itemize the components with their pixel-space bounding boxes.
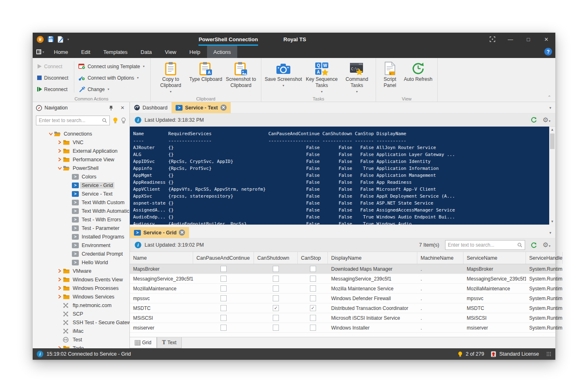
tree-expander-icon[interactable] bbox=[56, 278, 63, 281]
checkbox-unchecked[interactable] bbox=[220, 295, 227, 301]
tree-expander-icon[interactable] bbox=[56, 140, 63, 144]
powershell-console[interactable]: Name RequiredServices CanPauseAndContinu… bbox=[130, 127, 555, 225]
tree-item-vnc[interactable]: VNC bbox=[33, 138, 129, 147]
navigation-searchbox[interactable] bbox=[36, 116, 110, 125]
checkbox-unchecked[interactable] bbox=[220, 305, 227, 311]
menu-tab-help[interactable]: Help bbox=[183, 46, 207, 58]
grid-column-header-displayname[interactable]: DisplayName bbox=[328, 252, 417, 264]
connect-with-options-button[interactable]: Connect with Options▾ bbox=[77, 73, 148, 83]
checkbox-checked[interactable]: ✓ bbox=[273, 305, 279, 311]
resize-grip[interactable] bbox=[546, 352, 551, 356]
grid-row-msiscsi[interactable]: MSiSCSIMicrosoft iSCSI Initiator Service… bbox=[130, 313, 555, 323]
grid-column-header-canshutdown[interactable]: CanShutdown bbox=[254, 252, 298, 264]
tree-item-service-text[interactable]: >Service - Text bbox=[33, 189, 129, 198]
tree-item-connections[interactable]: Connections bbox=[33, 129, 129, 138]
bulb-on-icon[interactable] bbox=[113, 117, 118, 124]
menu-tab-home[interactable]: Home bbox=[47, 46, 75, 58]
change-button[interactable]: Change▾ bbox=[77, 84, 148, 94]
tree-item-windows-events-view[interactable]: Windows Events View bbox=[33, 275, 129, 284]
screenshot-to-clipboard-button[interactable]: Screenshot to Clipboard bbox=[223, 60, 258, 95]
bulb-off-icon[interactable] bbox=[121, 117, 126, 124]
view-tab-text[interactable]: T Text bbox=[157, 337, 182, 348]
settings-gear-icon[interactable]: ⚙▾ bbox=[543, 242, 550, 248]
tree-item-text-width-automatic[interactable]: >Text Width Automatic bbox=[33, 207, 129, 215]
tree-item-test-with-errors[interactable]: >Test - With Errors bbox=[33, 215, 129, 224]
pin-icon[interactable] bbox=[109, 105, 116, 111]
copy-to-clipboard-button[interactable]: Copy to Clipboard ▾ bbox=[153, 60, 188, 95]
refresh-icon[interactable] bbox=[531, 117, 537, 123]
checkbox-unchecked[interactable] bbox=[273, 315, 279, 321]
grid-column-header-canstop[interactable]: CanStop bbox=[298, 252, 328, 264]
checkbox-unchecked[interactable] bbox=[273, 276, 279, 282]
tree-item-windows-services[interactable]: Windows Services bbox=[33, 292, 129, 301]
grid-column-header-canpauseandcontinue[interactable]: CanPauseAndContinue bbox=[193, 252, 254, 264]
grid-row-msdtc[interactable]: MSDTC✓✓Distributed Transaction Coordinat… bbox=[130, 303, 555, 313]
app-logo-icon[interactable]: ♛ bbox=[37, 36, 44, 43]
tree-item-colors[interactable]: >Colors bbox=[33, 172, 129, 181]
console-scrollbar[interactable]: ▲ ▼ bbox=[549, 127, 555, 225]
tree-item-vmware[interactable]: VMware bbox=[33, 267, 129, 275]
view-tab-grid[interactable]: Grid bbox=[130, 337, 157, 348]
tree-item-installed-programs[interactable]: >Installed Programs bbox=[33, 232, 129, 241]
tree-item-test[interactable]: Test bbox=[33, 335, 129, 344]
tree-item-ftp-netmonic-com[interactable]: ftp.netmonic.com bbox=[33, 301, 129, 310]
grid-row-msiserver[interactable]: msiserverWindows Installer.msiserverSyst… bbox=[130, 323, 555, 333]
refresh-icon[interactable] bbox=[531, 242, 537, 248]
grid-row-mapsbroker[interactable]: MapsBrokerDownloaded Maps Manager.MapsBr… bbox=[130, 264, 555, 274]
checkbox-unchecked[interactable] bbox=[310, 325, 316, 331]
checkbox-unchecked[interactable] bbox=[273, 325, 279, 331]
connect-button[interactable]: Connect bbox=[35, 61, 71, 71]
tab-service-text[interactable]: > Service - Text ✕ bbox=[172, 102, 230, 113]
tree-item-performance-view[interactable]: Performance View bbox=[33, 155, 129, 164]
tree-expander-icon[interactable] bbox=[56, 286, 63, 290]
checkbox-unchecked[interactable] bbox=[310, 266, 316, 272]
grid-row-mozillamaintenance[interactable]: MozillaMaintenanceMozilla Maintenance Se… bbox=[130, 284, 555, 294]
checkbox-unchecked[interactable] bbox=[310, 276, 316, 282]
focus-mode-icon[interactable] bbox=[483, 33, 501, 46]
command-tasks-button[interactable]: C:\> Command Tasks ▾ bbox=[341, 60, 373, 95]
tab-service-grid[interactable]: > Service - Grid ✕ bbox=[130, 227, 189, 238]
grid-searchbox[interactable] bbox=[445, 240, 525, 250]
checkbox-unchecked[interactable] bbox=[220, 315, 227, 321]
type-clipboard-button[interactable]: A Type Clipboard bbox=[188, 60, 223, 95]
menu-tab-data[interactable]: Data bbox=[134, 46, 158, 58]
tree-item-text-width-custom[interactable]: >Text Width Custom bbox=[33, 198, 129, 207]
grid-search-input[interactable] bbox=[448, 242, 517, 248]
tree-item-test-parameter[interactable]: >Test - Parameter bbox=[33, 224, 129, 232]
checkbox-checked[interactable]: ✓ bbox=[310, 305, 316, 311]
tab-dashboard[interactable]: Dashboard bbox=[130, 102, 172, 113]
tree-expander-icon[interactable] bbox=[56, 149, 63, 153]
script-panel-button[interactable]: Script Panel bbox=[379, 60, 401, 89]
tree-expander-icon[interactable] bbox=[56, 167, 63, 170]
quick-access-caret-icon[interactable]: ▾ bbox=[67, 38, 69, 41]
tree-item-external-application[interactable]: External Application bbox=[33, 147, 129, 155]
tree-expander-icon[interactable] bbox=[47, 132, 54, 136]
tree-expander-icon[interactable] bbox=[56, 269, 63, 273]
checkbox-unchecked[interactable] bbox=[310, 315, 316, 321]
close-tab-icon[interactable]: ✕ bbox=[179, 229, 185, 236]
checkbox-unchecked[interactable] bbox=[220, 325, 227, 331]
disconnect-button[interactable]: Disconnect bbox=[35, 73, 71, 83]
grid-column-header-servicehandle[interactable]: ServiceHandle bbox=[526, 252, 563, 264]
checkbox-unchecked[interactable] bbox=[310, 285, 316, 292]
grid-column-header-machinename[interactable]: MachineName bbox=[417, 252, 463, 264]
menu-tab-actions[interactable]: Actions bbox=[207, 46, 238, 58]
help-icon[interactable]: ? bbox=[544, 48, 552, 56]
grid-row-mpssvc[interactable]: mpssvcWindows Defender Firewall.mpssvcSy… bbox=[130, 294, 555, 303]
tree-item-credential-prompt[interactable]: >Credential Prompt bbox=[33, 249, 129, 258]
tree-expander-icon[interactable] bbox=[56, 158, 63, 161]
save-screenshot-button[interactable]: Save Screenshot ▾ bbox=[264, 60, 303, 95]
checkbox-unchecked[interactable] bbox=[220, 266, 227, 272]
titlebar[interactable]: ♛ ▾ PowerShell Connection Royal TS ― □ ✕ bbox=[33, 33, 555, 46]
save-icon[interactable] bbox=[47, 36, 54, 42]
grid-column-header-name[interactable]: Name bbox=[130, 252, 193, 264]
connect-using-template-button[interactable]: Connect using Template▾ bbox=[77, 61, 148, 71]
tree-item-environment[interactable]: >Environment bbox=[33, 241, 129, 249]
grid-column-header-servicename[interactable]: ServiceName bbox=[463, 252, 526, 264]
settings-gear-icon[interactable]: ⚙▾ bbox=[543, 117, 550, 123]
menu-tab-view[interactable]: View bbox=[158, 46, 183, 58]
tree-item-imac[interactable]: iMac bbox=[33, 327, 129, 335]
key-sequence-tasks-button[interactable]: QWA Key Sequence Tasks ▾ bbox=[303, 60, 341, 95]
auto-refresh-button[interactable]: Auto Refresh bbox=[401, 60, 435, 89]
tree-item-scp[interactable]: SCP bbox=[33, 310, 129, 318]
